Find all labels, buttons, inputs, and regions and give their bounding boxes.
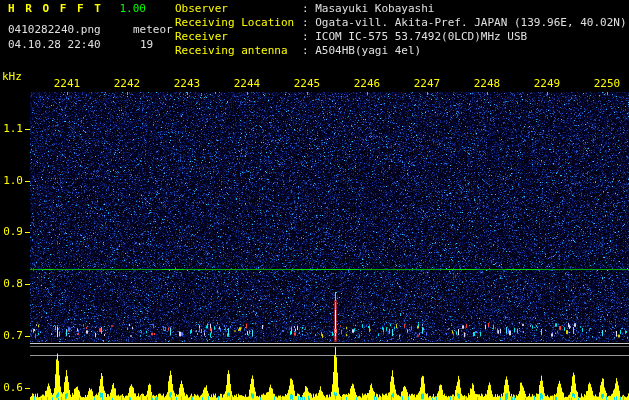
freq-tick-label: 0.9 [0, 225, 23, 238]
echo-count: 19 [140, 38, 153, 51]
app-title: H R O F F T [8, 2, 103, 15]
time-tick-label: 2245 [292, 77, 322, 90]
datetime-label: 04.10.28 22:40 [8, 38, 101, 51]
info-label: Observer [175, 2, 302, 16]
info-row-observer: Observer: Masayuki Kobayashi [175, 2, 627, 16]
info-value: : Masayuki Kobayashi [302, 2, 434, 15]
station-info: Observer: Masayuki Kobayashi Receiving L… [175, 2, 627, 58]
time-tick-label: 2248 [472, 77, 502, 90]
time-tick-label: 2250 [592, 77, 622, 90]
time-tick-label: 2241 [52, 77, 82, 90]
freq-unit-label: kHz [2, 70, 22, 83]
info-label: Receiver [175, 30, 302, 44]
time-tick-label: 2249 [532, 77, 562, 90]
freq-tick-label: 0.8 [0, 277, 23, 290]
hrofft-screen: H R O F F T 1.00 0410282240.png meteor 0… [0, 0, 629, 400]
info-label: Receiving Location [175, 16, 302, 30]
info-label: Receiving antenna [175, 44, 302, 58]
freq-tick-label: 1.0 [0, 174, 23, 187]
time-tick-label: 2243 [172, 77, 202, 90]
spectrogram-canvas [0, 0, 629, 400]
info-value: : ICOM IC-575 53.7492(0LCD)MHz USB [302, 30, 527, 43]
time-tick-label: 2246 [352, 77, 382, 90]
time-tick-label: 2242 [112, 77, 142, 90]
info-value: : A504HB(yagi 4el) [302, 44, 421, 57]
freq-tick-label: 0.7 [0, 329, 23, 342]
freq-tick-label: 1.1 [0, 122, 23, 135]
mode-label: meteor [133, 23, 173, 36]
title-row: H R O F F T 1.00 [8, 2, 146, 15]
output-filename: 0410282240.png [8, 23, 101, 36]
info-row-antenna: Receiving antenna: A504HB(yagi 4el) [175, 44, 627, 58]
info-row-location: Receiving Location: Ogata-vill. Akita-Pr… [175, 16, 627, 30]
time-tick-label: 2244 [232, 77, 262, 90]
info-row-receiver: Receiver: ICOM IC-575 53.7492(0LCD)MHz U… [175, 30, 627, 44]
app-version: 1.00 [119, 2, 146, 15]
freq-tick-label: 0.6 [0, 381, 23, 394]
info-value: : Ogata-vill. Akita-Pref. JAPAN (139.96E… [302, 16, 627, 29]
time-tick-label: 2247 [412, 77, 442, 90]
